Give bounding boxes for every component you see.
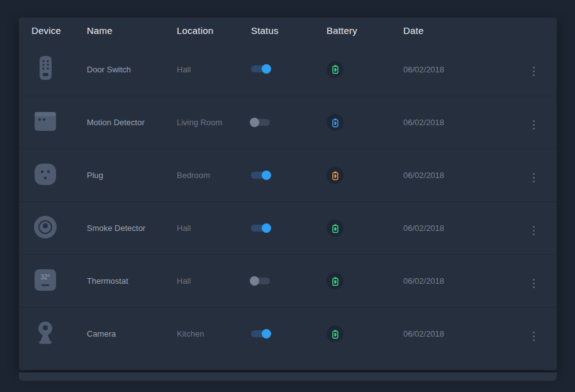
motion-detector-icon <box>31 108 59 135</box>
battery-indicator <box>327 272 343 289</box>
column-header-name: Name <box>87 25 177 36</box>
status-toggle[interactable] <box>251 330 270 337</box>
smoke-detector-icon <box>31 213 59 241</box>
device-date: 06/02/2018 <box>403 171 529 180</box>
battery-indicator <box>327 61 343 78</box>
device-name: Door Switch <box>87 65 177 74</box>
status-toggle[interactable] <box>251 225 270 232</box>
device-location: Bedroom <box>177 171 251 180</box>
toggle-knob <box>262 223 271 233</box>
device-location: Hall <box>177 65 251 74</box>
remote-icon <box>31 54 59 82</box>
row-menu-button[interactable] <box>529 329 539 344</box>
device-location: Hall <box>177 276 251 286</box>
status-toggle[interactable] <box>251 119 270 126</box>
toggle-knob <box>262 171 271 180</box>
table-body: Door Switch Hall 06/02/2018 Motion Detec… <box>19 43 557 360</box>
device-table-card: Device Name Location Status Battery Date… <box>19 18 557 370</box>
table-row: 32° Thermostat Hall 06/02/2018 <box>19 254 557 307</box>
battery-indicator <box>327 167 343 184</box>
battery-indicator <box>327 220 343 237</box>
device-location: Living Room <box>177 118 251 127</box>
device-name: Thermostat <box>87 276 177 286</box>
toggle-knob <box>250 276 259 286</box>
toggle-knob <box>262 329 271 339</box>
table-row: Plug Bedroom 06/02/2018 <box>19 148 557 201</box>
status-toggle[interactable] <box>251 65 270 72</box>
row-menu-button[interactable] <box>529 118 539 132</box>
svg-text:32°: 32° <box>40 274 50 281</box>
device-location: Hall <box>177 223 251 233</box>
table-row: Motion Detector Living Room 06/02/2018 <box>19 96 557 148</box>
device-date: 06/02/2018 <box>403 223 529 233</box>
column-header-status: Status <box>251 25 327 36</box>
device-name: Smoke Detector <box>87 223 177 233</box>
battery-indicator <box>327 114 343 131</box>
device-date: 06/02/2018 <box>403 65 529 74</box>
status-toggle[interactable] <box>251 277 270 284</box>
table-row: Camera Kitchen 06/02/2018 <box>19 307 557 360</box>
row-menu-button[interactable] <box>529 64 539 79</box>
device-name: Plug <box>87 171 177 180</box>
table-header: Device Name Location Status Battery Date <box>19 18 557 43</box>
table-row: Door Switch Hall 06/02/2018 <box>19 43 557 96</box>
toggle-knob <box>250 118 259 127</box>
thermostat-icon: 32° <box>31 266 59 294</box>
row-menu-button[interactable] <box>529 171 539 185</box>
device-location: Kitchen <box>177 329 251 339</box>
row-menu-button[interactable] <box>529 223 539 238</box>
card-stack-footer <box>19 372 557 381</box>
column-header-location: Location <box>177 25 251 36</box>
device-date: 06/02/2018 <box>403 118 529 127</box>
device-date: 06/02/2018 <box>403 329 529 339</box>
column-header-date: Date <box>403 25 529 36</box>
row-menu-button[interactable] <box>529 276 539 291</box>
device-name: Motion Detector <box>87 118 177 127</box>
camera-icon <box>31 319 59 347</box>
table-row: Smoke Detector Hall 06/02/2018 <box>19 201 557 254</box>
column-header-device: Device <box>31 25 87 36</box>
column-header-battery: Battery <box>327 25 403 36</box>
toggle-knob <box>262 64 271 74</box>
plug-icon <box>31 160 59 188</box>
device-date: 06/02/2018 <box>403 276 529 286</box>
battery-indicator <box>327 325 343 342</box>
device-name: Camera <box>87 329 177 339</box>
status-toggle[interactable] <box>251 172 270 179</box>
